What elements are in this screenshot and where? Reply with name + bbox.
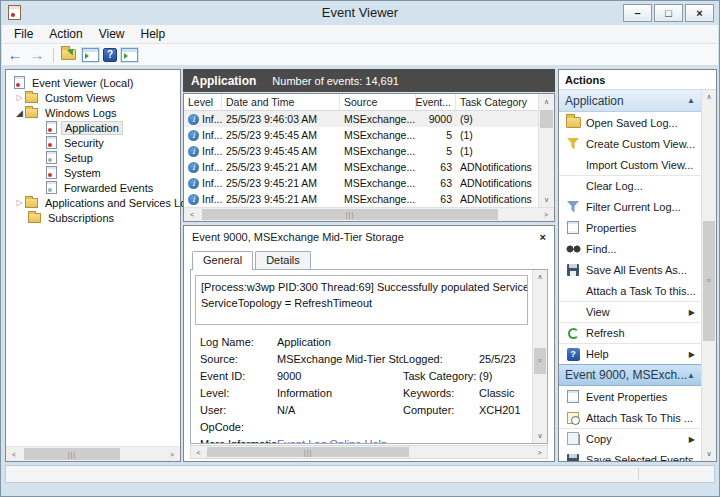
close-button[interactable]: × bbox=[685, 4, 714, 22]
action-save-all-events-as[interactable]: Save All Events As... bbox=[559, 259, 701, 280]
tree-item-application[interactable]: Application bbox=[6, 120, 180, 135]
information-icon: i bbox=[188, 162, 199, 173]
detail-vertical-scrollbar[interactable]: ∧ ≡ ∨ bbox=[532, 270, 547, 443]
scrollbar-thumb[interactable]: ≡ bbox=[703, 221, 715, 341]
menu-action[interactable]: Action bbox=[41, 27, 90, 41]
scroll-right-icon[interactable]: > bbox=[164, 447, 180, 461]
tree-item-forwarded-events[interactable]: Forwarded Events bbox=[6, 180, 180, 195]
menu-bar: File Action View Help bbox=[2, 25, 718, 44]
scroll-up-icon[interactable]: ∧ bbox=[533, 270, 547, 284]
collapse-section-icon[interactable]: ▲ bbox=[687, 371, 695, 380]
scrollbar-thumb[interactable] bbox=[540, 110, 553, 128]
maximize-button[interactable]: □ bbox=[654, 4, 683, 22]
help-icon: ? bbox=[567, 348, 580, 361]
actions-section-event-9000[interactable]: Event 9000, MSExch... ▲ bbox=[559, 364, 701, 386]
expand-icon[interactable]: ▷ bbox=[14, 93, 25, 102]
action-help[interactable]: ? Help ▶ bbox=[559, 343, 701, 364]
scroll-up-icon[interactable]: ∧ bbox=[702, 90, 716, 104]
menu-view[interactable]: View bbox=[91, 27, 133, 41]
table-row[interactable]: iInf... 25/5/23 9:45:21 AM MSExchange...… bbox=[184, 159, 538, 175]
scroll-down-icon[interactable]: ∨ bbox=[539, 192, 554, 207]
action-view[interactable]: View ▶ bbox=[559, 301, 701, 322]
action-copy[interactable]: Copy ▶ bbox=[559, 428, 701, 449]
scroll-left-icon[interactable]: < bbox=[6, 447, 22, 461]
toolbar: ← → ? bbox=[2, 44, 718, 66]
collapse-icon[interactable]: ◢ bbox=[14, 108, 25, 118]
actions-vertical-scrollbar[interactable]: ∧ ≡ ∨ bbox=[701, 90, 716, 461]
action-save-selected-events[interactable]: Save Selected Events... bbox=[559, 449, 701, 461]
action-attach-task-to-event[interactable]: Attach Task To This ... bbox=[559, 407, 701, 428]
task-category-label: Task Category: bbox=[403, 368, 479, 385]
tree-item-custom-views[interactable]: ▷ Custom Views bbox=[6, 90, 180, 105]
tab-general[interactable]: General bbox=[192, 251, 253, 270]
detail-horizontal-scrollbar[interactable]: < ||| > bbox=[190, 445, 548, 459]
scroll-right-icon[interactable]: > bbox=[538, 208, 554, 221]
table-row[interactable]: iInf... 25/5/23 9:45:45 AM MSExchange...… bbox=[184, 127, 538, 143]
action-find[interactable]: Find... bbox=[559, 238, 701, 259]
actions-section-application[interactable]: Application ▲ bbox=[559, 90, 701, 112]
action-properties[interactable]: Properties bbox=[559, 217, 701, 238]
close-detail-icon[interactable]: × bbox=[540, 231, 546, 243]
submenu-arrow-icon: ▶ bbox=[689, 435, 701, 444]
menu-help[interactable]: Help bbox=[133, 27, 174, 41]
subscriptions-icon bbox=[28, 213, 41, 223]
action-refresh[interactable]: Refresh bbox=[559, 322, 701, 343]
forward-icon[interactable]: → bbox=[28, 47, 46, 62]
column-task-category[interactable]: Task Category bbox=[456, 94, 538, 110]
action-attach-task-to-log[interactable]: Attach a Task To this... bbox=[559, 280, 701, 301]
column-date-and-time[interactable]: Date and Time bbox=[222, 94, 340, 110]
action-clear-log[interactable]: Clear Log... bbox=[559, 175, 701, 196]
column-level[interactable]: Level bbox=[184, 94, 222, 110]
event-list-vertical-scrollbar[interactable]: ∧ ∨ bbox=[538, 94, 554, 207]
scrollbar-thumb[interactable]: ||| bbox=[202, 209, 498, 220]
event-log-online-help-link[interactable]: Event Log Online Help bbox=[277, 436, 403, 443]
tree-item-system[interactable]: System bbox=[6, 165, 180, 180]
scroll-right-icon[interactable]: > bbox=[532, 446, 547, 458]
detail-title: Event 9000, MSExchange Mid-Tier Storage bbox=[192, 231, 540, 243]
tab-details[interactable]: Details bbox=[255, 251, 311, 269]
tree-item-subscriptions[interactable]: Subscriptions bbox=[6, 210, 180, 225]
event-message: [Process:w3wp PID:300 Thread:69] Success… bbox=[195, 275, 528, 325]
tree-horizontal-scrollbar[interactable]: < ||| > bbox=[6, 446, 180, 461]
action-filter-current-log[interactable]: Filter Current Log... bbox=[559, 196, 701, 217]
scroll-left-icon[interactable]: < bbox=[191, 446, 206, 458]
tree-item-security[interactable]: Security bbox=[6, 135, 180, 150]
tree-item-event-viewer-local[interactable]: Event Viewer (Local) bbox=[6, 75, 180, 90]
action-open-saved-log[interactable]: Open Saved Log... bbox=[559, 112, 701, 133]
user-label: User: bbox=[191, 402, 277, 419]
scrollbar-thumb[interactable]: ||| bbox=[207, 447, 409, 457]
filter-blue-icon bbox=[567, 201, 580, 213]
table-row[interactable]: iInf... 25/5/23 9:45:21 AM MSExchange...… bbox=[184, 191, 538, 207]
table-row[interactable]: iInf... 25/5/23 9:46:03 AM MSExchange...… bbox=[184, 111, 538, 127]
export-list-icon[interactable] bbox=[61, 49, 76, 60]
minimize-button[interactable]: – bbox=[623, 4, 652, 22]
expand-icon[interactable]: ▷ bbox=[14, 198, 25, 207]
table-row[interactable]: iInf... 25/5/23 9:45:45 AM MSExchange...… bbox=[184, 143, 538, 159]
level-value: Information bbox=[277, 385, 403, 402]
collapse-section-icon[interactable]: ▲ bbox=[687, 96, 695, 105]
menu-file[interactable]: File bbox=[6, 27, 41, 41]
back-icon[interactable]: ← bbox=[6, 47, 24, 62]
tree-item-windows-logs[interactable]: ◢ Windows Logs bbox=[6, 105, 180, 120]
scrollbar-thumb[interactable]: ≡ bbox=[534, 348, 546, 374]
show-console-tree-icon[interactable] bbox=[82, 48, 99, 62]
scroll-down-icon[interactable]: ∨ bbox=[702, 447, 716, 461]
show-action-pane-icon[interactable] bbox=[121, 48, 138, 62]
help-icon[interactable]: ? bbox=[103, 48, 117, 62]
tree-item-applications-and-services[interactable]: ▷ Applications and Services Lo bbox=[6, 195, 180, 210]
action-event-properties[interactable]: Event Properties bbox=[559, 386, 701, 407]
action-import-custom-view[interactable]: Import Custom View... bbox=[559, 154, 701, 175]
filter-yellow-icon bbox=[567, 138, 580, 150]
application-log-icon bbox=[46, 121, 57, 134]
scrollbar-thumb[interactable]: ||| bbox=[24, 448, 120, 460]
tree-item-setup[interactable]: Setup bbox=[6, 150, 180, 165]
scroll-left-icon[interactable]: < bbox=[184, 208, 200, 221]
action-create-custom-view[interactable]: Create Custom View... bbox=[559, 133, 701, 154]
scroll-down-icon[interactable]: ∨ bbox=[533, 429, 547, 443]
event-list-horizontal-scrollbar[interactable]: < ||| > bbox=[184, 207, 554, 221]
scroll-up-icon[interactable]: ∧ bbox=[539, 94, 554, 109]
event-viewer-window: Event Viewer – □ × File Action View Help… bbox=[0, 0, 720, 497]
table-row[interactable]: iInf... 25/5/23 9:45:21 AM MSExchange...… bbox=[184, 175, 538, 191]
column-event-id[interactable]: Event... bbox=[416, 94, 456, 110]
column-source[interactable]: Source bbox=[340, 94, 416, 110]
